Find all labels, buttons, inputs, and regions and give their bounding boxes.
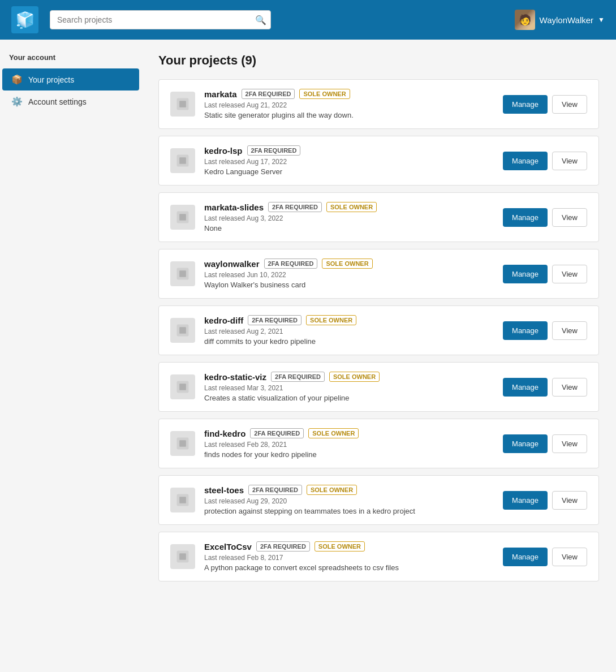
project-info: kedro-static-viz 2FA REQUIRED SOLE OWNER… [204, 372, 494, 402]
project-info: steel-toes 2FA REQUIRED SOLE OWNER Last … [204, 485, 494, 515]
project-info: markata 2FA REQUIRED SOLE OWNER Last rel… [204, 89, 494, 119]
badge-2fa: 2FA REQUIRED [248, 315, 301, 325]
project-description: Static site generator plugins all the wa… [204, 111, 494, 119]
project-meta: Last released Aug 17, 2022 [204, 158, 494, 166]
badge-2fa: 2FA REQUIRED [264, 259, 318, 269]
manage-button[interactable]: Manage [503, 378, 548, 397]
svg-rect-9 [179, 327, 186, 334]
project-meta: Last released Aug 21, 2022 [204, 101, 494, 109]
badge-sole: SOLE OWNER [315, 541, 365, 552]
svg-rect-13 [179, 440, 186, 447]
settings-icon: ⚙️ [11, 96, 23, 107]
badge-2fa: 2FA REQUIRED [271, 372, 325, 382]
sidebar-item-account-settings[interactable]: ⚙️ Account settings [2, 91, 139, 113]
svg-rect-1 [179, 101, 186, 107]
view-button[interactable]: View [552, 95, 587, 114]
project-icon [170, 544, 195, 569]
badge-sole: SOLE OWNER [326, 202, 377, 212]
project-icon [170, 318, 195, 343]
project-card-kedro-diff: kedro-diff 2FA REQUIRED SOLE OWNER Last … [158, 305, 599, 355]
project-name: waylonwalker [204, 259, 260, 269]
manage-button[interactable]: Manage [503, 491, 548, 510]
project-card-waylonwalker: waylonwalker 2FA REQUIRED SOLE OWNER Las… [158, 249, 599, 299]
project-actions: Manage View [503, 321, 587, 340]
project-meta: Last released Aug 29, 2020 [204, 497, 494, 505]
project-card-steel-toes: steel-toes 2FA REQUIRED SOLE OWNER Last … [158, 475, 599, 525]
project-name: find-kedro [204, 429, 245, 438]
view-button[interactable]: View [552, 434, 587, 453]
view-button[interactable]: View [552, 378, 587, 397]
badge-sole: SOLE OWNER [306, 315, 356, 325]
project-description: A python package to convert excel spread… [204, 563, 494, 572]
project-card-find-kedro: find-kedro 2FA REQUIRED SOLE OWNER Last … [158, 419, 599, 468]
view-button[interactable]: View [552, 491, 587, 510]
manage-button[interactable]: Manage [503, 434, 548, 453]
sidebar-item-label-projects: Your projects [28, 75, 74, 84]
dropdown-arrow-icon: ▼ [598, 16, 605, 24]
project-actions: Manage View [503, 491, 587, 510]
page-title: Your projects (9) [158, 53, 599, 68]
project-actions: Manage View [503, 95, 587, 114]
view-button[interactable]: View [552, 321, 587, 340]
manage-button[interactable]: Manage [503, 321, 548, 340]
badge-sole: SOLE OWNER [329, 372, 380, 382]
manage-button[interactable]: Manage [503, 208, 548, 227]
search-input[interactable] [50, 10, 271, 29]
project-info: kedro-lsp 2FA REQUIRED Last released Aug… [204, 145, 494, 176]
search-container: 🔍 [50, 10, 271, 29]
project-actions: Manage View [503, 208, 587, 227]
view-button[interactable]: View [552, 208, 587, 227]
project-name-row: kedro-static-viz 2FA REQUIRED SOLE OWNER [204, 372, 494, 382]
project-card-kedro-static-viz: kedro-static-viz 2FA REQUIRED SOLE OWNER… [158, 362, 599, 412]
project-name: kedro-diff [204, 316, 243, 325]
search-button[interactable]: 🔍 [255, 15, 266, 25]
view-button[interactable]: View [552, 265, 587, 283]
view-button[interactable]: View [552, 152, 587, 170]
project-name-row: markata-slides 2FA REQUIRED SOLE OWNER [204, 202, 494, 212]
sidebar-section-title: Your account [0, 53, 141, 68]
main-content: Your projects (9) markata 2FA REQUIRED S… [141, 40, 616, 672]
manage-button[interactable]: Manage [503, 95, 548, 114]
svg-rect-11 [179, 384, 186, 390]
manage-button[interactable]: Manage [503, 265, 548, 283]
avatar: 🧑 [515, 10, 535, 30]
project-description: None [204, 224, 494, 232]
project-name: kedro-lsp [204, 146, 243, 156]
project-card-markata: markata 2FA REQUIRED SOLE OWNER Last rel… [158, 79, 599, 129]
badge-sole: SOLE OWNER [308, 428, 359, 438]
project-name-row: find-kedro 2FA REQUIRED SOLE OWNER [204, 428, 494, 438]
svg-rect-7 [179, 270, 186, 277]
svg-rect-15 [179, 497, 186, 503]
user-menu[interactable]: 🧑 WaylonWalker ▼ [515, 10, 605, 30]
user-name: WaylonWalker [540, 15, 594, 25]
badge-2fa: 2FA REQUIRED [250, 428, 304, 438]
badge-sole: SOLE OWNER [307, 485, 357, 495]
project-meta: Last released Aug 3, 2022 [204, 214, 494, 222]
sidebar-item-your-projects[interactable]: 📦 Your projects [2, 68, 139, 91]
svg-rect-5 [179, 214, 186, 221]
svg-rect-17 [179, 553, 186, 560]
sidebar-item-label-settings: Account settings [28, 97, 87, 106]
project-description: finds nodes for your kedro pipeline [204, 450, 494, 459]
badge-2fa: 2FA REQUIRED [248, 485, 302, 495]
project-name: markata-slides [204, 203, 264, 212]
badge-2fa: 2FA REQUIRED [256, 541, 310, 552]
project-info: ExcelToCsv 2FA REQUIRED SOLE OWNER Last … [204, 541, 494, 572]
project-info: waylonwalker 2FA REQUIRED SOLE OWNER Las… [204, 259, 494, 289]
logo-icon: 🧊 [15, 11, 35, 29]
svg-rect-3 [179, 157, 186, 164]
project-meta: Last released Feb 8, 2017 [204, 554, 494, 562]
project-name-row: markata 2FA REQUIRED SOLE OWNER [204, 89, 494, 99]
project-actions: Manage View [503, 378, 587, 397]
project-icon [170, 92, 195, 117]
project-name: steel-toes [204, 485, 244, 495]
project-card-ExcelToCsv: ExcelToCsv 2FA REQUIRED SOLE OWNER Last … [158, 532, 599, 581]
manage-button[interactable]: Manage [503, 548, 548, 566]
manage-button[interactable]: Manage [503, 152, 548, 170]
project-name: kedro-static-viz [204, 372, 266, 382]
header: 🧊 🔍 🧑 WaylonWalker ▼ [0, 0, 616, 40]
view-button[interactable]: View [552, 548, 587, 566]
project-actions: Manage View [503, 434, 587, 453]
project-actions: Manage View [503, 152, 587, 170]
badge-sole: SOLE OWNER [299, 89, 350, 99]
